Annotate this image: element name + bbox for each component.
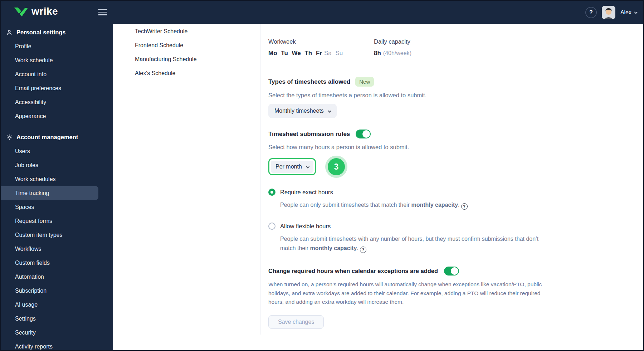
sidebar-item-account-info[interactable]: Account info xyxy=(1,67,113,81)
submission-rules-description: Select how many hours a person is allowe… xyxy=(268,144,643,151)
submission-rules-header: Timesheet submission rules xyxy=(268,130,643,138)
sidebar-item-profile[interactable]: Profile xyxy=(1,39,113,53)
sidebar-item-custom-item-types[interactable]: Custom item types xyxy=(1,228,113,242)
daily-capacity-label: Daily capacity xyxy=(374,38,411,45)
save-changes-button[interactable]: Save changes xyxy=(268,315,324,329)
gear-icon xyxy=(6,134,13,140)
allow-flexible-hours-description: People can submit timesheets with any nu… xyxy=(280,234,553,253)
timesheet-types-title: Types of timesheets allowed xyxy=(268,78,350,86)
schedule-item-techwriter[interactable]: TechWriter Schedule xyxy=(113,24,260,38)
sidebar-item-workflows[interactable]: Workflows xyxy=(1,242,113,256)
sidebar-item-settings[interactable]: Settings xyxy=(1,312,113,326)
submission-rules-title: Timesheet submission rules xyxy=(268,131,350,138)
period-dropdown-row: Per month 3 xyxy=(268,156,643,178)
sidebar-item-job-roles[interactable]: Job roles xyxy=(1,158,113,172)
daily-capacity-value-row: 8h(40h/week) xyxy=(374,50,411,57)
weekly-capacity-note: (40h/week) xyxy=(383,50,411,56)
calendar-exceptions-title: Change required hours when calendar exce… xyxy=(268,268,438,274)
question-mark-icon[interactable]: ? xyxy=(360,247,366,253)
tutorial-step-badge: 3 xyxy=(328,158,345,175)
workweek-days: Mo Tu We Th FrSa Su xyxy=(268,50,374,57)
sidebar-item-security[interactable]: Security xyxy=(1,326,113,340)
schedule-item-alex[interactable]: Alex's Schedule xyxy=(113,66,260,80)
workweek-inactive-days: Sa Su xyxy=(324,50,343,57)
submission-rules-toggle[interactable] xyxy=(356,130,371,138)
sidebar-item-users[interactable]: Users xyxy=(1,144,113,158)
sidebar-item-ai-usage[interactable]: AI usage xyxy=(1,298,113,312)
sidebar-item-appearance[interactable]: Appearance xyxy=(1,109,113,123)
hours-rule-options: Require exact hours People can only subm… xyxy=(268,189,643,253)
calendar-exceptions-toggle[interactable] xyxy=(444,267,459,276)
help-icon[interactable]: ? xyxy=(585,7,597,18)
sidebar-item-activity-reports[interactable]: Activity reports xyxy=(1,340,113,350)
avatar-image xyxy=(602,6,615,19)
chevron-down-icon xyxy=(306,165,309,168)
sidebar-item-automation[interactable]: Automation xyxy=(1,270,113,284)
new-badge: New xyxy=(355,77,374,87)
daily-capacity-block: Daily capacity 8h(40h/week) xyxy=(374,38,411,57)
sidebar-item-custom-fields[interactable]: Custom fields xyxy=(1,256,113,270)
sidebar-item-subscription[interactable]: Subscription xyxy=(1,284,113,298)
tutorial-step-halo: 3 xyxy=(325,156,347,178)
period-dropdown-value: Per month xyxy=(275,164,302,170)
app-window: wrike ? Alex xyxy=(0,0,644,351)
sidebar-item-email-preferences[interactable]: Email preferences xyxy=(1,81,113,95)
radio-selected-icon[interactable] xyxy=(268,189,275,196)
radio-unselected-icon[interactable] xyxy=(268,223,275,230)
chevron-down-icon xyxy=(634,10,638,14)
user-menu[interactable]: Alex xyxy=(620,9,637,16)
calendar-exceptions-description: When turned on, a person’s required hour… xyxy=(268,280,555,307)
topbar-right: ? Alex xyxy=(585,1,637,24)
wrike-logo-icon xyxy=(14,6,28,17)
require-exact-hours-option[interactable]: Require exact hours xyxy=(268,189,643,196)
sidebar-item-accessibility[interactable]: Accessibility xyxy=(1,95,113,109)
timesheet-types-header: Types of timesheets allowed New xyxy=(268,77,643,87)
timesheet-type-dropdown[interactable]: Monthly timesheets xyxy=(268,104,337,118)
sidebar-item-request-forms[interactable]: Request forms xyxy=(1,214,113,228)
avatar[interactable] xyxy=(602,6,615,19)
user-name-label: Alex xyxy=(620,9,631,16)
schedule-item-frontend[interactable]: Frontend Schedule xyxy=(113,38,260,52)
tutorial-highlight-box: Per month xyxy=(268,158,316,175)
workweek-label: Workweek xyxy=(268,38,374,45)
period-dropdown[interactable]: Per month xyxy=(271,161,313,173)
allow-flexible-hours-option[interactable]: Allow flexible hours xyxy=(268,223,643,230)
schedule-item-manufacturing[interactable]: Manufacturing Schedule xyxy=(113,52,260,66)
sidebar-item-work-schedules[interactable]: Work schedules xyxy=(1,172,113,186)
calendar-exceptions-header: Change required hours when calendar exce… xyxy=(268,267,643,276)
daily-capacity-value: 8h xyxy=(374,50,381,57)
workweek-block: Workweek Mo Tu We Th FrSa Su xyxy=(268,38,374,57)
require-exact-hours-description: People can only submit timesheets that m… xyxy=(280,200,553,210)
timesheet-type-dropdown-value: Monthly timesheets xyxy=(274,108,324,114)
wrike-logo-text: wrike xyxy=(31,6,58,17)
require-exact-hours-label: Require exact hours xyxy=(280,189,333,196)
section-divider xyxy=(268,67,542,67)
question-mark-icon[interactable]: ? xyxy=(461,203,468,210)
hamburger-menu-icon[interactable] xyxy=(98,9,107,17)
timesheet-types-description: Select the types of timesheets a person … xyxy=(268,92,643,99)
settings-sidebar: Personal settings Profile Work schedule … xyxy=(1,24,113,350)
workweek-active-days: Mo Tu We Th Fr xyxy=(268,50,322,57)
sidebar-section-account-management[interactable]: Account management xyxy=(1,130,113,144)
allow-flexible-hours-label: Allow flexible hours xyxy=(280,223,331,230)
sidebar-item-work-schedule[interactable]: Work schedule xyxy=(1,53,113,67)
wrike-logo[interactable]: wrike xyxy=(14,6,58,17)
top-bar: wrike ? Alex xyxy=(1,1,643,24)
sidebar-section-gap xyxy=(1,123,113,130)
chevron-down-icon xyxy=(328,109,331,112)
sidebar-section-personal-settings[interactable]: Personal settings xyxy=(1,25,113,39)
sidebar-item-time-tracking[interactable]: Time tracking xyxy=(1,186,98,200)
sidebar-item-spaces[interactable]: Spaces xyxy=(1,200,113,214)
capacity-summary: Workweek Mo Tu We Th FrSa Su Daily capac… xyxy=(268,38,643,57)
schedules-panel: TechWriter Schedule Frontend Schedule Ma… xyxy=(113,24,260,350)
time-tracking-settings: Workweek Mo Tu We Th FrSa Su Daily capac… xyxy=(260,24,643,350)
person-icon xyxy=(6,30,13,35)
